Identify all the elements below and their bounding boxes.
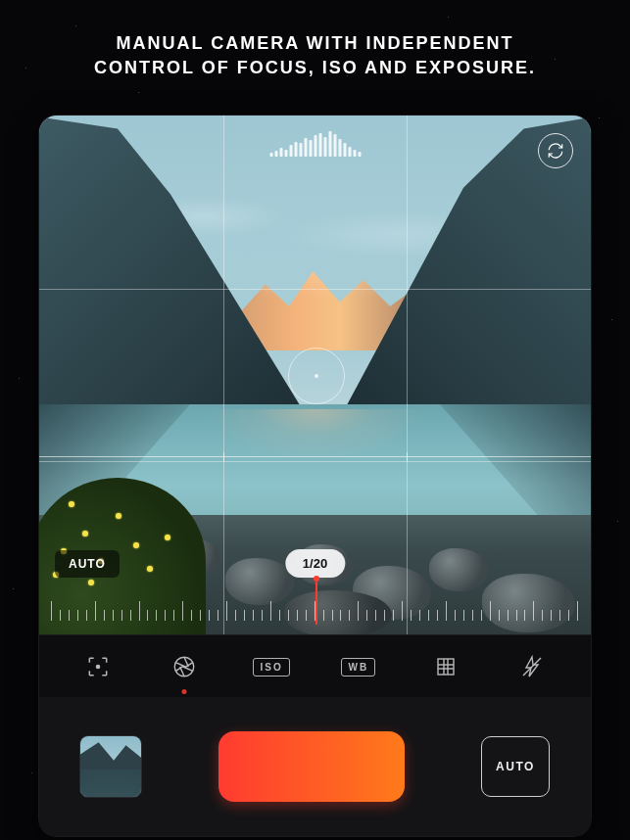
camera-viewfinder[interactable]: AUTO 1/20 (39, 116, 591, 634)
focus-auto-badge[interactable]: AUTO (55, 550, 120, 578)
mode-grid-button[interactable] (417, 647, 474, 686)
mode-wb-button[interactable]: WB (330, 647, 387, 686)
iso-label: ISO (253, 658, 289, 677)
mode-shutter-button[interactable] (156, 647, 213, 686)
mode-focus-button[interactable] (70, 647, 126, 686)
dial-needle (315, 582, 317, 625)
mode-flash-button[interactable] (504, 647, 560, 686)
gallery-thumbnail[interactable] (80, 736, 141, 797)
shutter-value-badge[interactable]: 1/20 (285, 549, 345, 578)
mode-iso-button[interactable]: ISO (243, 647, 300, 686)
histogram (269, 129, 361, 157)
focus-reticle[interactable] (288, 348, 345, 404)
svg-point-0 (96, 665, 99, 668)
mode-bar: ISO WB (39, 634, 591, 699)
auto-mode-button[interactable]: AUTO (481, 736, 550, 797)
marketing-headline: MANUAL CAMERA WITH INDEPENDENT CONTROL O… (0, 0, 630, 80)
switch-camera-button[interactable] (538, 133, 573, 168)
headline-line1: MANUAL CAMERA WITH INDEPENDENT (29, 31, 601, 56)
active-mode-indicator (182, 689, 187, 694)
svg-rect-2 (438, 659, 454, 675)
headline-line2: CONTROL OF FOCUS, ISO AND EXPOSURE. (29, 56, 601, 80)
bottom-bar: AUTO (39, 697, 591, 836)
horizon-level (39, 456, 591, 457)
value-dial[interactable] (51, 585, 579, 621)
wb-label: WB (341, 658, 375, 677)
device-frame: AUTO 1/20 ISO WB (39, 116, 591, 836)
shutter-button[interactable] (218, 731, 405, 802)
